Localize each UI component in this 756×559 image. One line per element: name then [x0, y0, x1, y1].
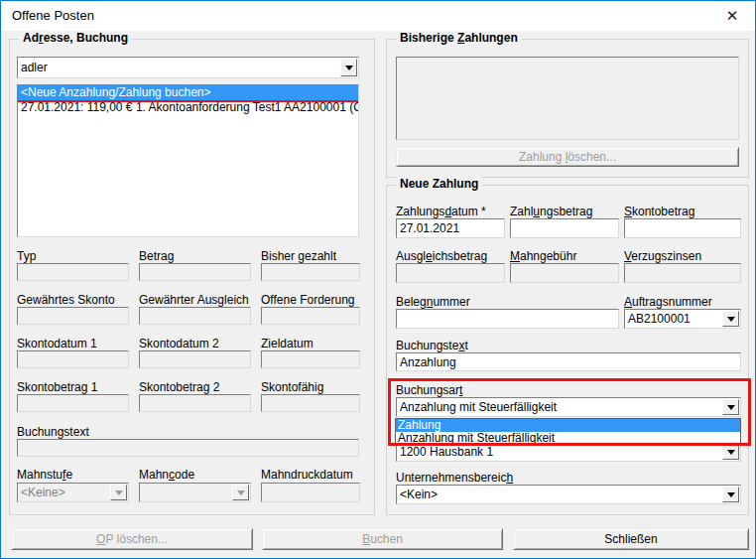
mahndruckdatum-label: Mahndruckdatum — [261, 468, 353, 482]
unternehmensbereich-combo[interactable]: <Kein> — [396, 485, 741, 504]
skontobetrag-2-field — [139, 394, 251, 412]
gewaehrtes-skonto-label: Gewährtes Skonto — [17, 293, 115, 307]
auftragsnummer-combo[interactable]: AB2100001 — [624, 309, 741, 329]
buchungsart-combo-value: Anzahlung mit Steuerfälligkeit — [400, 400, 557, 414]
group-neue-zahlung-title: Neue Zahlung — [396, 177, 482, 191]
gewaehrtes-skonto-field — [17, 307, 129, 325]
buchungstext-right-field[interactable]: Anzahlung — [396, 352, 741, 371]
buchungsart-combo[interactable]: Anzahlung mit Steuerfälligkeit — [396, 397, 741, 417]
mahnstufe-combo-value: <Keine> — [21, 486, 65, 499]
skontodatum-2-field — [139, 350, 251, 368]
zahlung-loeschen-button-label: Zahlung löschen... — [519, 150, 616, 164]
skontodatum-2-label: Skontodatum 2 — [139, 337, 219, 350]
typ-field — [17, 263, 129, 281]
chevron-down-icon[interactable] — [340, 59, 357, 76]
buchen-button-label: Buchen — [362, 532, 403, 546]
skontodatum-1-label: Skontodatum 1 — [17, 337, 97, 350]
mahncode-label: Mahncode — [139, 468, 194, 482]
chevron-down-icon[interactable] — [722, 311, 739, 327]
chevron-down-icon — [110, 485, 127, 500]
belegnummer-label: Belegnummer — [396, 295, 470, 309]
booking-list[interactable]: <Neue Anzahlung/Zahlung buchen> 27.01.20… — [17, 84, 359, 237]
op-loeschen-button-label: OP löschen... — [96, 532, 168, 546]
dropdown-item-zahlung[interactable]: Zahlung — [396, 419, 740, 432]
zieldatum-field — [261, 350, 360, 368]
window-title: Offene Posten — [12, 8, 94, 23]
dropdown-item-anzahlung[interactable]: Anzahlung mit Steuerfälligkeit — [396, 432, 740, 445]
op-loeschen-button: OP löschen... — [11, 528, 253, 550]
close-icon[interactable]: ✕ — [709, 1, 755, 30]
skontobetrag-1-field — [17, 394, 129, 412]
buchungstext-left-label: Buchungstext — [17, 425, 89, 439]
zahlungsdatum-field[interactable]: 27.01.2021 — [396, 218, 505, 238]
betrag-label: Betrag — [139, 249, 174, 263]
buchungstext-right-label: Buchungstext — [396, 339, 468, 352]
unternehmensbereich-combo-value: <Kein> — [400, 488, 438, 501]
buchungsart-label: Buchungsart — [396, 383, 462, 397]
bisher-gezahlt-field — [261, 263, 360, 281]
zahlung-loeschen-button: Zahlung löschen... — [396, 147, 739, 167]
bank-combo-value: 1200 Hausbank 1 — [400, 445, 493, 459]
list-item-ref: 1 AA2100001 (C — [275, 100, 358, 115]
chevron-down-icon[interactable] — [722, 444, 739, 460]
bisher-gezahlt-label: Bisher gezahlt — [261, 249, 336, 263]
mahndruckdatum-field — [261, 483, 360, 502]
mahnstufe-label: Mahnstufe — [17, 468, 72, 482]
gewaehrter-ausgleich-field — [139, 307, 251, 325]
list-item-new-payment[interactable]: <Neue Anzahlung/Zahlung buchen> — [18, 85, 358, 100]
verzugszinsen-label: Verzugszinsen — [624, 249, 701, 263]
auftragsnummer-label: Auftragsnummer — [624, 295, 712, 309]
group-bisherige-zahlungen-title: Bisherige Zahlungen — [396, 31, 522, 45]
mahngebuehr-label: Mahngebühr — [510, 249, 576, 263]
zahlungsbetrag-label: Zahlungsbetrag — [510, 205, 592, 218]
buchungstext-left-field — [17, 439, 359, 457]
chevron-down-icon[interactable] — [722, 487, 739, 502]
offene-forderung-field — [261, 307, 360, 325]
buchen-button: Buchen — [262, 528, 503, 550]
auftragsnummer-combo-value: AB2100001 — [628, 312, 691, 326]
skontofaehig-field — [261, 394, 360, 412]
ausgleichsbetrag-label: Ausgleichsbetrag — [396, 249, 487, 263]
list-item-text: <Neue Anzahlung/Zahlung buchen> — [21, 85, 211, 100]
typ-label: Typ — [17, 249, 36, 263]
list-item-text: 27.01.2021: 119,00 € 1. Akontoanforderun… — [21, 100, 275, 115]
address-combo-value: adler — [21, 61, 48, 74]
offene-forderung-label: Offene Forderung — [261, 293, 355, 307]
betrag-field — [139, 263, 251, 281]
belegnummer-field[interactable] — [396, 309, 619, 329]
address-combo[interactable]: adler — [17, 57, 359, 78]
zahlungsbetrag-field[interactable] — [510, 218, 619, 238]
skontobetrag-new-label: Skontobetrag — [624, 205, 694, 218]
skontobetrag-1-label: Skontobetrag 1 — [17, 380, 97, 394]
buchungsart-dropdown: Zahlung Anzahlung mit Steuerfälligkeit — [395, 418, 741, 446]
schliessen-button[interactable]: Schließen — [513, 528, 749, 550]
zieldatum-label: Zieldatum — [261, 337, 314, 350]
skontobetrag-new-field[interactable] — [624, 218, 741, 238]
skontofaehig-label: Skontofähig — [261, 380, 323, 394]
mahncode-combo — [139, 483, 251, 502]
skontodatum-1-field — [17, 350, 129, 368]
list-item-booking[interactable]: 27.01.2021: 119,00 € 1. Akontoanforderun… — [18, 100, 358, 115]
zahlungsdatum-label: Zahlungsdatum * — [396, 205, 486, 218]
mahnstufe-combo: <Keine> — [17, 483, 129, 502]
unternehmensbereich-label: Unternehmensbereich — [396, 471, 513, 485]
chevron-down-icon[interactable] — [722, 399, 739, 415]
ausgleichsbetrag-field — [396, 263, 505, 283]
verzugszinsen-field — [624, 263, 741, 283]
group-adresse-buchung-title: Adresse, Buchung — [19, 31, 132, 45]
titlebar: Offene Posten ✕ — [1, 1, 755, 31]
offene-posten-dialog: Offene Posten ✕ Adresse, Buchung adler <… — [0, 0, 756, 559]
chevron-down-icon — [232, 485, 249, 500]
payments-list — [396, 57, 739, 140]
gewaehrter-ausgleich-label: Gewährter Ausgleich — [139, 293, 249, 307]
mahngebuehr-field — [510, 263, 619, 283]
schliessen-button-label: Schließen — [604, 532, 657, 546]
skontobetrag-2-label: Skontobetrag 2 — [139, 380, 219, 394]
